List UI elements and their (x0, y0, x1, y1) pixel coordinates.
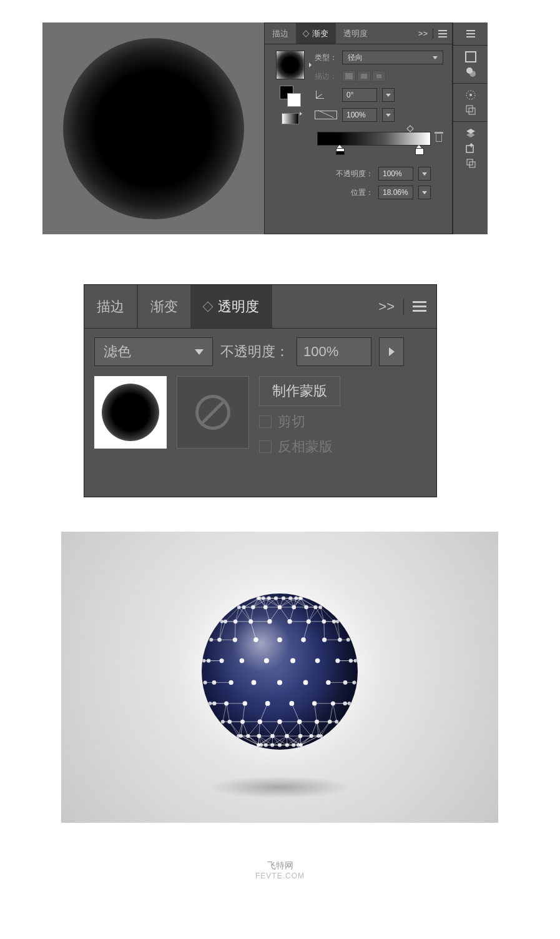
gradient-type-value: 径向 (348, 52, 363, 63)
chevron-down-icon (433, 56, 438, 59)
svg-point-534 (274, 596, 278, 600)
gradient-panel-screenshot: 描边 渐变 透明度 >> (42, 22, 488, 234)
svg-line-223 (292, 703, 299, 722)
dock-properties-icon[interactable] (463, 49, 478, 64)
stop-position-step[interactable] (418, 186, 431, 199)
svg-line-225 (243, 703, 245, 722)
tab-gradient[interactable]: 渐变 (137, 285, 191, 328)
svg-rect-10 (469, 108, 475, 114)
thumbnail-gradient-circle (102, 384, 159, 441)
svg-point-491 (354, 658, 358, 662)
svg-point-469 (240, 719, 245, 723)
svg-line-221 (315, 703, 317, 722)
sphere-3d (202, 594, 358, 750)
reverse-gradient-icon[interactable] (282, 113, 299, 124)
aspect-step[interactable] (382, 108, 395, 122)
svg-point-466 (297, 719, 302, 723)
dock-export-icon[interactable] (463, 141, 478, 156)
angle-step[interactable] (382, 88, 395, 102)
mask-thumbnail-empty[interactable] (177, 376, 249, 449)
tab-transparency[interactable]: 透明度 (336, 23, 375, 44)
gradient-swatch[interactable] (276, 51, 305, 79)
svg-line-224 (260, 703, 267, 722)
result-artwork (61, 532, 498, 823)
svg-point-470 (228, 720, 232, 724)
stroke-align-2[interactable] (357, 71, 371, 82)
clip-checkbox-row[interactable]: 剪切 (259, 412, 340, 431)
gradient-stop-black[interactable] (336, 145, 343, 154)
opacity-input[interactable]: 100% (297, 337, 371, 366)
panel-menu-icon[interactable] (438, 30, 447, 37)
panel-expand[interactable]: >> (418, 29, 428, 38)
gradient-panel: 描边 渐变 透明度 >> (264, 22, 453, 234)
tab-stroke[interactable]: 描边 (265, 23, 296, 44)
svg-point-465 (315, 719, 319, 723)
invert-mask-checkbox-row[interactable]: 反相蒙版 (259, 437, 340, 456)
dock-artboards-icon[interactable] (463, 156, 478, 171)
clip-label: 剪切 (278, 412, 305, 431)
panel-menu-icon[interactable] (413, 301, 426, 312)
tab-transparency[interactable]: 透明度 (191, 285, 272, 328)
svg-point-455 (310, 734, 313, 738)
position-label: 位置： (328, 187, 373, 198)
tab-stroke[interactable]: 描边 (84, 285, 137, 328)
stroke-align-group (342, 71, 386, 82)
svg-point-526 (251, 605, 255, 609)
svg-rect-9 (466, 106, 473, 112)
opacity-label: 不透明度： (220, 342, 289, 361)
svg-point-474 (331, 701, 335, 705)
dock-brushes-icon[interactable] (463, 87, 478, 102)
stroke-align-3[interactable] (372, 71, 386, 82)
svg-point-8 (469, 94, 472, 96)
dock-menu-icon[interactable] (463, 26, 478, 41)
svg-point-468 (258, 719, 262, 723)
svg-marker-12 (466, 132, 475, 137)
delete-stop-icon[interactable] (435, 132, 443, 142)
svg-line-176 (312, 722, 317, 736)
dock-symbols-icon[interactable] (463, 102, 478, 117)
make-mask-button[interactable]: 制作蒙版 (259, 376, 340, 406)
panel-expand[interactable]: >> (378, 299, 395, 315)
dock-appearance-icon[interactable] (463, 64, 478, 79)
svg-point-517 (233, 619, 238, 624)
fill-stroke-toggle[interactable] (280, 86, 301, 107)
checkbox-icon (259, 440, 272, 453)
dock-layers-icon[interactable] (463, 126, 478, 141)
aspect-input[interactable]: 100% (342, 108, 377, 122)
tab-gradient[interactable]: 渐变 (296, 23, 336, 44)
stop-position-input[interactable]: 18.06% (378, 186, 413, 199)
svg-point-502 (338, 637, 342, 642)
drop-shadow (208, 776, 351, 798)
svg-line-340 (270, 607, 280, 622)
svg-point-462 (237, 734, 240, 738)
gradient-stop-white[interactable] (415, 145, 423, 154)
stop-opacity-input[interactable]: 100% (378, 167, 413, 181)
svg-point-448 (264, 743, 268, 747)
svg-point-524 (278, 605, 282, 609)
angle-input[interactable]: 0° (342, 88, 377, 102)
stop-opacity-step[interactable] (418, 167, 431, 181)
chevron-down-icon (195, 349, 204, 355)
canvas-preview (42, 22, 264, 234)
artwork-thumbnail[interactable] (94, 376, 167, 449)
svg-point-520 (318, 605, 322, 609)
tab-transparency-label: 透明度 (218, 297, 259, 316)
svg-point-464 (328, 720, 332, 724)
chevron-down-icon (386, 94, 391, 97)
blend-mode-select[interactable]: 滤色 (94, 337, 213, 366)
svg-point-531 (294, 596, 298, 600)
chevron-down-icon (422, 172, 427, 176)
svg-point-514 (287, 619, 292, 624)
opacity-step[interactable] (379, 337, 404, 366)
stroke-align-1[interactable] (342, 71, 356, 82)
svg-point-495 (290, 658, 295, 663)
svg-point-493 (335, 658, 340, 663)
gradient-bar[interactable] (317, 132, 431, 146)
gradient-slider[interactable] (315, 128, 443, 158)
svg-rect-2 (361, 74, 367, 79)
svg-point-530 (298, 596, 302, 600)
stroke-square (287, 93, 301, 107)
gradient-type-select[interactable]: 径向 (342, 51, 443, 64)
gradient-midpoint[interactable] (406, 125, 413, 132)
svg-point-454 (317, 734, 320, 738)
